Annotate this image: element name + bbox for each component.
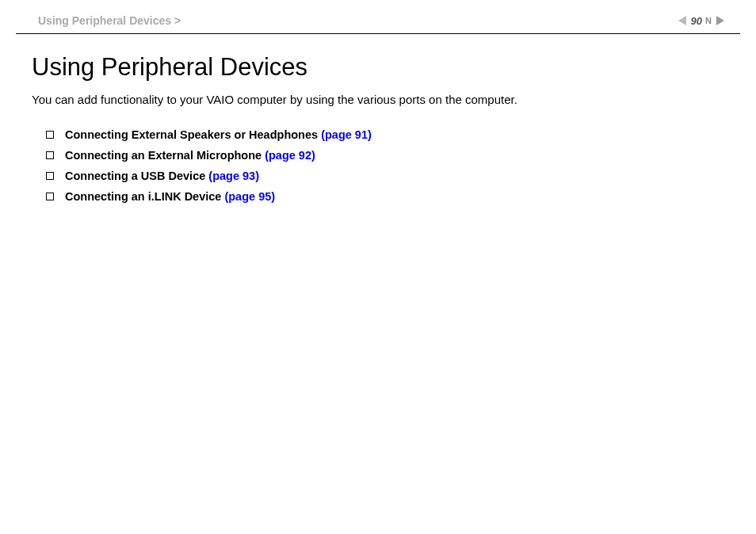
topic-label: Connecting an External Microphone: [65, 149, 262, 162]
breadcrumb: Using Peripheral Devices >: [38, 14, 181, 27]
bullet-icon: [46, 131, 54, 139]
bullet-icon: [46, 172, 54, 180]
topic-item-microphone: Connecting an External Microphone (page …: [46, 149, 724, 162]
topic-label: Connecting a USB Device: [65, 170, 205, 182]
topic-item-ilink: Connecting an i.LINK Device (page 95): [46, 190, 724, 203]
topic-item-usb: Connecting a USB Device (page 93): [46, 170, 724, 182]
page-ref-link[interactable]: (page 91): [321, 128, 372, 141]
page-ref-link[interactable]: (page 95): [224, 190, 275, 203]
page-ref-link[interactable]: (page 92): [265, 149, 315, 162]
page-header: Using Peripheral Devices > 90 N: [0, 0, 756, 33]
topic-list: Connecting External Speakers or Headphon…: [32, 128, 724, 203]
page-title: Using Peripheral Devices: [32, 53, 724, 82]
topic-label: Connecting an i.LINK Device: [65, 190, 221, 203]
page-content: Using Peripheral Devices You can add fun…: [0, 34, 756, 242]
page-nav: 90 N: [678, 15, 724, 27]
n-indicator: N: [705, 16, 712, 25]
prev-page-icon[interactable]: [678, 16, 686, 25]
intro-text: You can add functionality to your VAIO c…: [32, 93, 724, 106]
next-page-icon[interactable]: [716, 16, 724, 25]
page-ref-link[interactable]: (page 93): [208, 170, 259, 182]
bullet-icon: [46, 151, 54, 159]
bullet-icon: [46, 193, 54, 200]
page-number: 90: [691, 15, 702, 27]
topic-label: Connecting External Speakers or Headphon…: [65, 128, 318, 141]
topic-item-speakers: Connecting External Speakers or Headphon…: [46, 128, 724, 141]
